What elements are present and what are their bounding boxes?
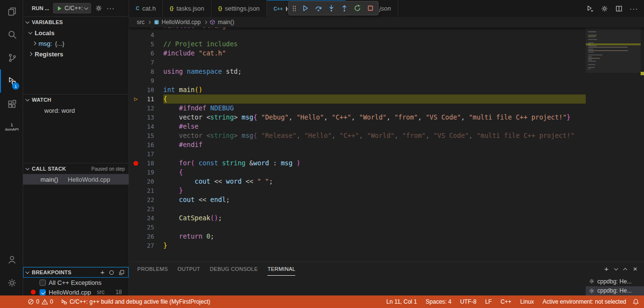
glyph-margin[interactable] (129, 168, 143, 177)
activity-item-source-control[interactable] (0, 46, 23, 69)
checkbox-checked[interactable] (39, 289, 46, 295)
glyph-margin[interactable] (129, 40, 143, 49)
stop-icon[interactable] (367, 4, 374, 12)
gear-icon[interactable] (601, 5, 608, 13)
maximize-panel-icon[interactable] (623, 268, 627, 271)
breakpoint-icon[interactable] (133, 161, 138, 166)
breakpoints-section-header[interactable]: BREAKPOINTS + (23, 267, 129, 278)
glyph-margin[interactable] (129, 140, 143, 149)
activity-item-accounts[interactable] (0, 248, 23, 271)
code-area[interactable]: 3#include <string>45// Project includes6… (129, 27, 586, 250)
status-item-utf-8[interactable]: UTF-8 (458, 298, 479, 305)
activity-item-extensions[interactable] (0, 93, 23, 116)
glyph-margin[interactable] (129, 122, 143, 131)
close-panel-icon[interactable]: × (633, 266, 637, 272)
checkbox-unchecked[interactable] (39, 280, 46, 286)
scope-locals[interactable]: Locals (23, 27, 129, 38)
notifications-bell-icon[interactable] (632, 298, 639, 305)
glyph-margin[interactable] (129, 131, 143, 140)
activity-item-run-and-debug[interactable]: 1 (0, 69, 23, 93)
more-actions-icon[interactable]: ··· (106, 6, 115, 11)
code-line: 8using namespace std; (129, 67, 586, 76)
glyph-margin[interactable] (129, 58, 143, 67)
glyph-margin[interactable] (129, 104, 143, 113)
panel-tab-output[interactable]: OUTPUT (178, 262, 200, 276)
problems-status[interactable]: 0 0 (25, 298, 55, 305)
launch-config-select[interactable]: C/C++: (53, 3, 91, 13)
breadcrumb-item-src[interactable]: src (137, 19, 145, 26)
minimap-current-line (586, 43, 641, 45)
glyph-margin[interactable] (129, 159, 143, 168)
terminal-session-1[interactable]: cppdbg: He... (586, 277, 644, 286)
glyph-margin[interactable] (129, 113, 143, 122)
gear-icon[interactable] (95, 4, 103, 12)
current-line-arrow-icon[interactable]: ▷ (129, 94, 143, 104)
new-terminal-icon[interactable]: + (604, 266, 608, 272)
glyph-margin[interactable] (129, 49, 143, 58)
panel-tab-debug-console[interactable]: DEBUG CONSOLE (210, 262, 258, 276)
panel-tab-terminal[interactable]: TERMINAL (267, 262, 295, 276)
tab-settings-json[interactable]: {}settings.json (211, 0, 267, 17)
step-out-icon[interactable] (341, 4, 348, 12)
variables-section-header[interactable]: VARIABLES (23, 17, 129, 27)
editor[interactable]: 3#include <string>45// Project includes6… (129, 27, 644, 262)
status-item-lf[interactable]: LF (483, 298, 494, 305)
glyph-margin[interactable] (129, 76, 143, 85)
watch-expression-label: word: word (44, 107, 75, 114)
run-or-debug-icon[interactable] (586, 5, 594, 13)
activity-item-manage[interactable] (0, 271, 23, 295)
glyph-margin[interactable] (129, 241, 143, 250)
chevron-right-icon (32, 41, 36, 45)
line-number: 14 (143, 122, 154, 131)
step-over-icon[interactable] (315, 4, 322, 12)
watch-section-header[interactable]: WATCH (23, 94, 129, 105)
glyph-margin[interactable] (129, 177, 143, 186)
glyph-margin[interactable] (129, 223, 143, 232)
split-editor-icon[interactable] (615, 5, 623, 13)
restart-icon[interactable] (354, 4, 361, 12)
tab-tasks-json[interactable]: {}tasks.json (163, 0, 211, 17)
glyph-margin[interactable] (129, 204, 143, 214)
terminal-session-2[interactable]: cppdbg: He... (586, 286, 644, 296)
terminal-content[interactable] (129, 276, 586, 295)
remove-all-breakpoints-icon[interactable] (118, 269, 125, 276)
status-item-linux[interactable]: Linux (518, 298, 537, 305)
glyph-margin[interactable] (129, 67, 143, 76)
glyph-margin[interactable] (129, 186, 143, 195)
stack-frame[interactable]: main() HelloWorld.cpp (23, 174, 129, 185)
debug-status[interactable]: C/C++: g++ build and debug active file (… (58, 298, 212, 305)
activity-item-explorer[interactable] (0, 0, 23, 23)
variable-msg[interactable]: msg: {...} (23, 38, 129, 49)
call-stack-section-header[interactable]: CALL STACK Paused on step (23, 163, 129, 174)
glyph-margin[interactable] (129, 232, 143, 241)
terminal-dropdown-icon[interactable] (614, 266, 618, 270)
glyph-margin[interactable] (129, 30, 143, 40)
status-item-spaces[interactable]: Spaces: 4 (423, 298, 454, 305)
tab-cat-h[interactable]: Ccat.h (129, 0, 163, 17)
glyph-margin[interactable] (129, 195, 143, 204)
continue-icon[interactable] (302, 4, 309, 12)
watch-expression[interactable]: word: word (23, 105, 129, 116)
panel-tab-problems[interactable]: PROBLEMS (137, 262, 168, 276)
glyph-margin[interactable] (129, 85, 143, 94)
line-number: 9 (143, 76, 154, 85)
scope-registers[interactable]: Registers (23, 49, 129, 59)
breakpoint-row-exceptions[interactable]: All C++ Exceptions (23, 278, 129, 287)
activity-item-domapi-extension[interactable]: 1domAPI (0, 116, 23, 139)
more-actions-icon[interactable]: ··· (630, 6, 638, 11)
activity-item-search[interactable] (0, 23, 23, 46)
glyph-margin[interactable] (129, 214, 143, 223)
drag-handle-icon[interactable] (292, 5, 296, 12)
status-item-c++[interactable]: C++ (498, 298, 514, 305)
minimap[interactable] (586, 27, 641, 262)
breadcrumb-item-main-[interactable]: main() (210, 19, 234, 26)
minimap-line (588, 67, 595, 68)
toggle-breakpoints-icon[interactable] (108, 269, 115, 276)
glyph-margin[interactable] (129, 149, 143, 159)
add-function-breakpoint-icon[interactable]: + (100, 270, 105, 275)
start-debugging-icon[interactable] (56, 5, 63, 12)
status-item-active[interactable]: Active environment: not selected (540, 298, 629, 305)
status-item-ln[interactable]: Ln 11, Col 1 (384, 298, 420, 305)
step-into-icon[interactable] (328, 4, 335, 12)
breadcrumb-item-helloworld-cpp[interactable]: CHelloWorld.cpp (154, 19, 201, 26)
